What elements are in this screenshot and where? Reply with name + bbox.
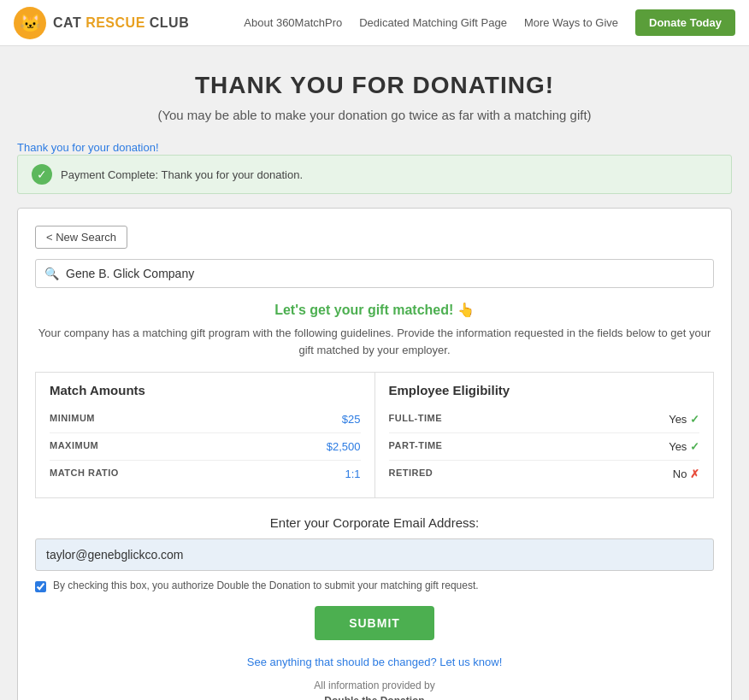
- match-label-ratio: MATCH RATIO: [50, 468, 119, 480]
- logo-icon: 🐱: [14, 7, 46, 39]
- eligibility-label-fulltime: FULL-TIME: [389, 413, 443, 426]
- payment-complete-bar: ✓ Payment Complete: Thank you for your d…: [17, 155, 732, 194]
- match-value-ratio: 1:1: [345, 468, 360, 480]
- nav-links: About 360MatchPro Dedicated Matching Gif…: [244, 9, 735, 36]
- eligibility-value-fulltime: Yes: [669, 413, 699, 426]
- eligibility-label-retired: RETIRED: [389, 468, 433, 480]
- see-anything-link[interactable]: See anything that should be changed? Let…: [247, 656, 503, 668]
- eligibility-label-parttime: PART-TIME: [389, 440, 443, 453]
- checkbox-row: By checking this box, you authorize Doub…: [35, 579, 714, 592]
- match-amounts-title: Match Amounts: [50, 383, 361, 397]
- employee-eligibility-title: Employee Eligibility: [389, 383, 700, 397]
- eligibility-value-retired: No: [673, 468, 699, 480]
- widget-box: < New Search 🔍 Gene B. Glick Company Let…: [17, 208, 732, 700]
- match-label-maximum: MAXIMUM: [50, 440, 98, 453]
- employee-eligibility-section: Employee Eligibility FULL-TIME Yes PART-…: [375, 373, 714, 497]
- eligibility-row-fulltime: FULL-TIME Yes: [389, 406, 700, 433]
- match-description: Your company has a matching gift program…: [35, 325, 714, 358]
- submit-btn-row: SUBMIT: [35, 606, 714, 640]
- match-amounts-section: Match Amounts MINIMUM $25 MAXIMUM $2,500…: [36, 373, 375, 497]
- nav-dedicated[interactable]: Dedicated Matching Gift Page: [359, 16, 507, 29]
- search-input-row: 🔍 Gene B. Glick Company: [35, 259, 714, 288]
- corporate-email-input[interactable]: [35, 538, 714, 571]
- eligibility-row-retired: RETIRED No: [389, 461, 700, 487]
- new-search-button[interactable]: < New Search: [35, 226, 127, 249]
- payment-complete-text: Payment Complete: Thank you for your don…: [61, 168, 303, 181]
- donate-today-button[interactable]: Donate Today: [635, 9, 735, 36]
- eligibility-value-parttime: Yes: [669, 440, 699, 453]
- logo-area: 🐱 CAT RESCUE CLUB: [14, 7, 189, 39]
- match-row-ratio: MATCH RATIO 1:1: [50, 461, 361, 487]
- search-input-text: Gene B. Glick Company: [66, 267, 194, 280]
- main-content: THANK YOU FOR DONATING! (You may be able…: [0, 46, 749, 700]
- header: 🐱 CAT RESCUE CLUB About 360MatchPro Dedi…: [0, 0, 749, 46]
- thank-you-subtitle: (You may be able to make your donation g…: [17, 108, 732, 122]
- match-row-minimum: MINIMUM $25: [50, 406, 361, 433]
- match-title: Let's get your gift matched! 👆: [35, 302, 714, 318]
- authorization-checkbox[interactable]: [35, 581, 46, 592]
- submit-button[interactable]: SUBMIT: [315, 606, 434, 640]
- search-icon: 🔍: [44, 267, 59, 280]
- thank-you-title: THANK YOU FOR DONATING!: [17, 72, 732, 99]
- match-label-minimum: MINIMUM: [50, 413, 95, 426]
- eligibility-row-parttime: PART-TIME Yes: [389, 433, 700, 461]
- match-value-maximum: $2,500: [327, 440, 361, 453]
- match-table-container: Match Amounts MINIMUM $25 MAXIMUM $2,500…: [35, 372, 714, 498]
- nav-about[interactable]: About 360MatchPro: [244, 16, 342, 29]
- thank-you-link[interactable]: Thank you for your donation!: [17, 141, 159, 154]
- corporate-email-title: Enter your Corporate Email Address:: [35, 515, 714, 530]
- payment-check-icon: ✓: [32, 164, 52, 185]
- match-row-maximum: MAXIMUM $2,500: [50, 433, 361, 461]
- logo-text: CAT RESCUE CLUB: [53, 15, 189, 31]
- see-anything-row: See anything that should be changed? Let…: [35, 654, 714, 669]
- attribution-line2: Double the Donation: [35, 695, 714, 700]
- checkbox-label: By checking this box, you authorize Doub…: [53, 579, 479, 591]
- match-value-minimum: $25: [342, 413, 361, 426]
- attribution-line1: All information provided by: [35, 679, 714, 691]
- nav-more-ways[interactable]: More Ways to Give: [524, 16, 618, 29]
